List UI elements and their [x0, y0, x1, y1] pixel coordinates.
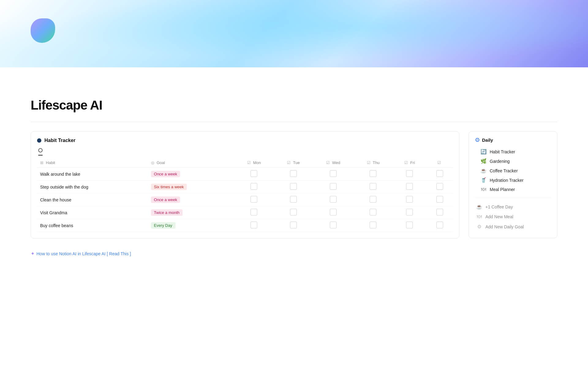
card-title: Habit Tracker: [44, 138, 75, 143]
habit-tracker-card: Habit Tracker ⊞ Habit ◎ Go: [31, 131, 459, 238]
checkbox-cell[interactable]: [274, 168, 313, 181]
checkbox[interactable]: [436, 209, 443, 215]
checkbox[interactable]: [370, 183, 376, 190]
checkbox[interactable]: [251, 170, 257, 177]
sidebar-secondary-label: Add New Daily Goal: [485, 224, 524, 229]
checkbox-cell[interactable]: [234, 168, 274, 181]
checkbox[interactable]: [370, 170, 376, 177]
checkbox[interactable]: [290, 183, 297, 190]
sidebar-card: ⊙ Daily 🔄Habit Tracker🌿Gardening☕Coffee …: [469, 131, 557, 238]
sidebar-secondary-add-new-daily-goal[interactable]: ⚙Add New Daily Goal: [475, 222, 551, 232]
checkbox[interactable]: [370, 209, 376, 215]
sidebar-section-title: ⊙ Daily: [475, 137, 551, 143]
checkbox[interactable]: [251, 183, 257, 190]
checkbox-cell[interactable]: [234, 206, 274, 219]
checkbox[interactable]: [290, 196, 297, 203]
checkbox[interactable]: [406, 196, 413, 203]
checkbox-cell[interactable]: [427, 193, 453, 206]
sidebar-item-hydration-tracker[interactable]: 🥤Hydration Tracker: [475, 175, 551, 185]
sidebar-item-label: Gardening: [490, 159, 510, 164]
checkbox-cell[interactable]: [354, 206, 392, 219]
checkbox[interactable]: [406, 222, 413, 228]
checkbox[interactable]: [436, 170, 443, 177]
checkbox[interactable]: [330, 196, 337, 203]
checkbox-cell[interactable]: [274, 219, 313, 232]
checkbox-cell[interactable]: [354, 168, 392, 181]
checkbox-cell[interactable]: [234, 193, 274, 206]
sidebar-item-label: Coffee Tracker: [490, 168, 518, 173]
sidebar-item-label: Meal Planner: [490, 187, 515, 192]
sidebar-item-coffee-tracker[interactable]: ☕Coffee Tracker: [475, 166, 551, 175]
sidebar-secondary-label: +1 Coffee Day: [485, 204, 513, 209]
checkbox-cell[interactable]: [393, 168, 427, 181]
sidebar-secondary-+1-coffee-day[interactable]: ☕+1 Coffee Day: [475, 202, 551, 212]
checkbox-cell[interactable]: [393, 193, 427, 206]
checkbox[interactable]: [251, 196, 257, 203]
mon-check-icon: ☑: [247, 160, 251, 165]
page-title: Lifescape AI: [31, 98, 588, 113]
checkbox-cell[interactable]: [274, 206, 313, 219]
checkbox-cell[interactable]: [313, 206, 354, 219]
checkbox[interactable]: [436, 222, 443, 228]
checkbox-cell[interactable]: [354, 193, 392, 206]
col-goal: ◎ Goal: [148, 158, 234, 168]
checkbox[interactable]: [406, 183, 413, 190]
extra-check-icon: ☑: [437, 160, 441, 165]
checkbox-cell[interactable]: [313, 181, 354, 193]
habit-name: Visit Grandma: [37, 206, 148, 219]
checkbox-cell[interactable]: [313, 193, 354, 206]
checkbox-cell[interactable]: [234, 219, 274, 232]
card-dot: [37, 138, 41, 143]
sidebar-item-meal-planner[interactable]: 🍽Meal Planner: [475, 185, 551, 194]
checkbox-cell[interactable]: [393, 206, 427, 219]
col-thu: ☑ Thu: [354, 158, 392, 168]
sidebar-item-gardening[interactable]: 🌿Gardening: [475, 156, 551, 166]
bottom-link[interactable]: ✦ How to use Notion AI in Lifescape AI […: [31, 251, 557, 257]
sidebar-secondary-icon: ☕: [476, 204, 482, 210]
checkbox-cell[interactable]: [427, 206, 453, 219]
checkbox-cell[interactable]: [274, 193, 313, 206]
checkbox-cell[interactable]: [393, 219, 427, 232]
sidebar-item-icon: 🌿: [481, 158, 487, 164]
checkbox[interactable]: [370, 196, 376, 203]
checkbox[interactable]: [290, 170, 297, 177]
checkbox-cell[interactable]: [427, 168, 453, 181]
tab-area[interactable]: [38, 148, 43, 155]
checkbox[interactable]: [330, 170, 337, 177]
sidebar-items-container: 🔄Habit Tracker🌿Gardening☕Coffee Tracker🥤…: [475, 147, 551, 194]
checkbox[interactable]: [436, 183, 443, 190]
checkbox[interactable]: [406, 209, 413, 215]
checkbox-cell[interactable]: [354, 219, 392, 232]
col-habit: ⊞ Habit: [37, 158, 148, 168]
checkbox-cell[interactable]: [274, 181, 313, 193]
sidebar-item-label: Habit Tracker: [490, 149, 515, 154]
sidebar-item-label: Hydration Tracker: [490, 178, 523, 183]
checkbox[interactable]: [330, 209, 337, 215]
sidebar-item-habit-tracker[interactable]: 🔄Habit Tracker: [475, 147, 551, 156]
checkbox[interactable]: [406, 170, 413, 177]
table-row: Walk around the lakeOnce a week: [37, 168, 453, 181]
checkbox[interactable]: [436, 196, 443, 203]
checkbox-cell[interactable]: [427, 219, 453, 232]
habit-icon: ⊞: [40, 160, 43, 165]
checkbox-cell[interactable]: [393, 181, 427, 193]
sidebar-secondary-add-new-meal[interactable]: 🍽Add New Meal: [475, 212, 551, 222]
checkbox[interactable]: [251, 209, 257, 215]
sidebar-secondary-icon: ⚙: [476, 224, 482, 230]
habit-name: Walk around the lake: [37, 168, 148, 181]
checkbox[interactable]: [330, 183, 337, 190]
checkbox[interactable]: [290, 222, 297, 228]
main-layout: Habit Tracker ⊞ Habit ◎ Go: [0, 131, 588, 238]
checkbox[interactable]: [370, 222, 376, 228]
checkbox-cell[interactable]: [427, 181, 453, 193]
checkbox[interactable]: [330, 222, 337, 228]
checkbox[interactable]: [251, 222, 257, 228]
goal-cell: Twice a month: [148, 206, 234, 219]
checkbox-cell[interactable]: [354, 181, 392, 193]
checkbox-cell[interactable]: [313, 219, 354, 232]
checkbox-cell[interactable]: [313, 168, 354, 181]
checkbox[interactable]: [290, 209, 297, 215]
checkbox-cell[interactable]: [234, 181, 274, 193]
sidebar-divider: [475, 198, 551, 198]
logo-area: [0, 0, 588, 43]
